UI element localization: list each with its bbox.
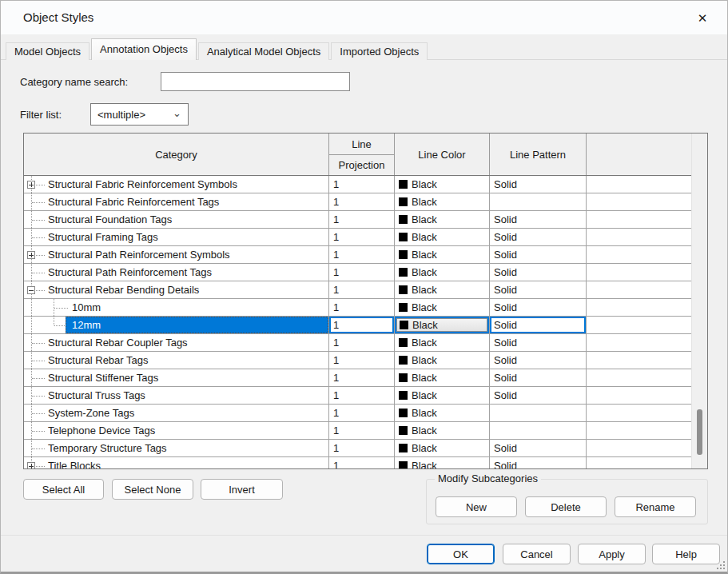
- vertical-scrollbar[interactable]: [691, 134, 707, 468]
- category-cell[interactable]: Structural Rebar Coupler Tags: [24, 334, 329, 351]
- line-pattern-cell[interactable]: Solid: [490, 176, 587, 193]
- line-color-cell[interactable]: Black: [395, 317, 490, 333]
- line-pattern-cell[interactable]: Solid: [490, 246, 587, 263]
- line-color-cell[interactable]: Black: [395, 264, 490, 281]
- projection-cell[interactable]: 1: [329, 211, 395, 228]
- table-row[interactable]: Title Blocks1BlackSolid: [24, 457, 691, 468]
- tab-imported-objects[interactable]: Imported Objects: [331, 42, 428, 60]
- line-color-cell[interactable]: Black: [395, 193, 490, 210]
- line-color-button[interactable]: Black: [396, 318, 487, 332]
- projection-cell[interactable]: 1: [329, 387, 395, 404]
- table-row[interactable]: 12mm1BlackSolid: [24, 317, 691, 334]
- line-pattern-cell[interactable]: Solid: [490, 352, 587, 369]
- line-pattern-cell[interactable]: [490, 193, 587, 210]
- line-pattern-cell[interactable]: Solid: [490, 264, 587, 281]
- line-color-cell[interactable]: Black: [395, 211, 490, 228]
- line-color-cell[interactable]: Black: [395, 440, 490, 456]
- line-pattern-cell[interactable]: Solid: [490, 334, 587, 351]
- category-cell[interactable]: Structural Stiffener Tags: [24, 369, 329, 386]
- header-line-color[interactable]: Line Color: [395, 134, 490, 175]
- table-row[interactable]: Structural Framing Tags1BlackSolid: [24, 229, 691, 246]
- apply-button[interactable]: Apply: [578, 544, 646, 564]
- projection-cell[interactable]: 1: [329, 229, 395, 245]
- category-cell[interactable]: Structural Framing Tags: [24, 229, 329, 245]
- resize-grip-icon[interactable]: [715, 560, 725, 569]
- tab-annotation-objects[interactable]: Annotation Objects: [91, 38, 197, 60]
- line-color-cell[interactable]: Black: [395, 246, 490, 263]
- rename-button[interactable]: Rename: [615, 496, 696, 517]
- line-color-cell[interactable]: Black: [395, 369, 490, 386]
- line-pattern-cell[interactable]: Solid: [490, 229, 587, 245]
- search-input[interactable]: [161, 72, 350, 91]
- projection-cell[interactable]: 1: [329, 281, 395, 298]
- projection-cell[interactable]: 1: [329, 176, 395, 193]
- line-pattern-cell[interactable]: [490, 422, 587, 439]
- line-color-cell[interactable]: Black: [395, 387, 490, 404]
- projection-cell[interactable]: 1: [329, 334, 395, 351]
- projection-cell[interactable]: 1: [329, 246, 395, 263]
- projection-cell[interactable]: 1: [329, 317, 395, 333]
- table-row[interactable]: Structural Fabric Reinforcement Symbols1…: [24, 176, 691, 193]
- table-row[interactable]: Structural Rebar Coupler Tags1BlackSolid: [24, 334, 691, 352]
- category-cell[interactable]: Structural Fabric Reinforcement Symbols: [24, 176, 329, 193]
- projection-cell[interactable]: 1: [329, 264, 395, 281]
- line-pattern-cell[interactable]: Solid: [490, 440, 587, 456]
- header-category[interactable]: Category: [24, 134, 329, 175]
- table-row[interactable]: 10mm1BlackSolid: [24, 299, 691, 317]
- delete-button[interactable]: Delete: [525, 496, 607, 517]
- category-cell[interactable]: Structural Rebar Bending Details: [24, 281, 329, 298]
- table-row[interactable]: System-Zone Tags1Black: [24, 405, 691, 422]
- table-row[interactable]: Temporary Structure Tags1BlackSolid: [24, 440, 691, 457]
- category-cell[interactable]: 10mm: [24, 299, 329, 316]
- header-projection[interactable]: Projection: [329, 155, 394, 175]
- table-row[interactable]: Telephone Device Tags1Black: [24, 422, 691, 440]
- projection-cell[interactable]: 1: [329, 352, 395, 369]
- line-color-cell[interactable]: Black: [395, 281, 490, 298]
- category-cell[interactable]: Structural Path Reinforcement Tags: [24, 264, 329, 281]
- table-row[interactable]: Structural Path Reinforcement Tags1Black…: [24, 264, 691, 281]
- category-cell[interactable]: Structural Truss Tags: [24, 387, 329, 404]
- category-cell[interactable]: Structural Rebar Tags: [24, 352, 329, 369]
- close-icon[interactable]: ✕: [690, 9, 714, 28]
- invert-button[interactable]: Invert: [201, 479, 283, 500]
- line-color-cell[interactable]: Black: [395, 422, 490, 439]
- projection-cell[interactable]: 1: [329, 457, 395, 468]
- tab-model-objects[interactable]: Model Objects: [6, 42, 90, 60]
- table-row[interactable]: Structural Truss Tags1BlackSolid: [24, 387, 691, 405]
- line-color-cell[interactable]: Black: [395, 334, 490, 351]
- category-cell[interactable]: Structural Fabric Reinforcement Tags: [24, 193, 329, 210]
- projection-cell[interactable]: 1: [329, 193, 395, 210]
- line-pattern-cell[interactable]: Solid: [490, 317, 587, 333]
- expand-plus-icon[interactable]: [27, 462, 35, 468]
- projection-cell[interactable]: 1: [329, 405, 395, 421]
- filter-dropdown[interactable]: <multiple> ⌄: [90, 103, 189, 126]
- category-cell[interactable]: System-Zone Tags: [24, 405, 329, 421]
- ok-button[interactable]: OK: [427, 544, 495, 564]
- help-button[interactable]: Help: [652, 544, 720, 564]
- projection-cell[interactable]: 1: [329, 369, 395, 386]
- line-pattern-cell[interactable]: [490, 405, 587, 421]
- line-color-cell[interactable]: Black: [395, 457, 490, 468]
- table-row[interactable]: Structural Fabric Reinforcement Tags1Bla…: [24, 193, 691, 211]
- line-pattern-cell[interactable]: Solid: [490, 457, 587, 468]
- projection-cell[interactable]: 1: [329, 422, 395, 439]
- collapse-minus-icon[interactable]: [27, 286, 35, 294]
- line-color-cell[interactable]: Black: [395, 299, 490, 316]
- line-color-cell[interactable]: Black: [395, 405, 490, 421]
- category-cell[interactable]: Telephone Device Tags: [24, 422, 329, 439]
- line-pattern-cell[interactable]: Solid: [490, 211, 587, 228]
- line-pattern-cell[interactable]: Solid: [490, 369, 587, 386]
- expand-plus-icon[interactable]: [27, 181, 35, 189]
- header-line-pattern[interactable]: Line Pattern: [490, 134, 587, 175]
- line-pattern-cell[interactable]: Solid: [490, 387, 587, 404]
- line-color-cell[interactable]: Black: [395, 352, 490, 369]
- category-cell[interactable]: Title Blocks: [24, 457, 329, 468]
- new-button[interactable]: New: [436, 496, 517, 517]
- projection-cell[interactable]: 1: [329, 299, 395, 316]
- table-row[interactable]: Structural Path Reinforcement Symbols1Bl…: [24, 246, 691, 264]
- line-color-cell[interactable]: Black: [395, 229, 490, 245]
- select-none-button[interactable]: Select None: [112, 479, 193, 500]
- header-line[interactable]: Line: [329, 134, 394, 155]
- expand-plus-icon[interactable]: [27, 251, 35, 259]
- category-cell[interactable]: 12mm: [24, 317, 329, 333]
